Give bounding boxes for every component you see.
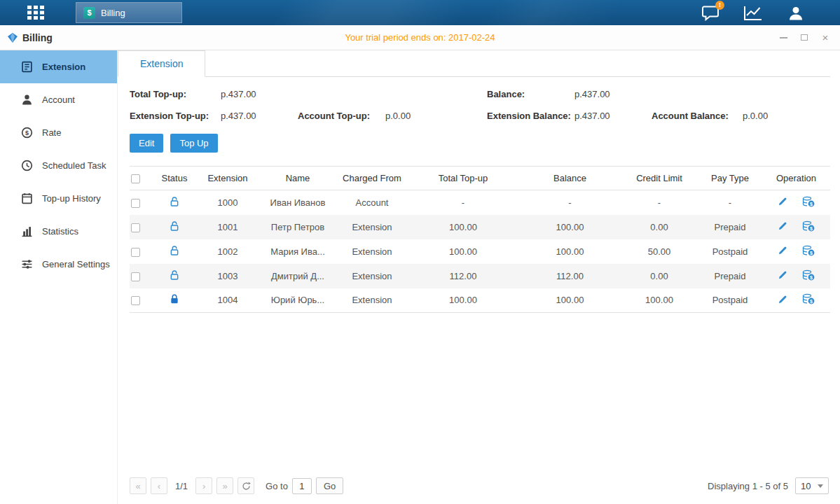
main-content: Extension Total Top-up: p.437.00 Balance…: [118, 50, 840, 504]
sidebar-item-rate[interactable]: $ Rate: [0, 116, 117, 149]
page-size-value: 10: [801, 481, 811, 491]
col-credit-limit: Credit Limit: [621, 167, 698, 190]
row-checkbox[interactable]: [131, 296, 140, 305]
extension-topup-label: Extension Top-up:: [130, 111, 221, 121]
clock-icon: [21, 160, 33, 172]
maximize-button[interactable]: [799, 33, 809, 43]
reports-chart-icon[interactable]: [743, 5, 763, 21]
topbar-tab-label: Billing: [101, 8, 125, 18]
operation-cell: $: [762, 190, 830, 215]
pay-type-cell: Postpaid: [698, 288, 762, 313]
table-row[interactable]: 1001 Петр Петров Extension 100.00 100.00…: [130, 215, 830, 239]
sidebar: Extension Account $ Rate: [0, 50, 118, 504]
row-checkbox[interactable]: [131, 272, 140, 281]
sidebar-item-scheduled-task[interactable]: Scheduled Task: [0, 149, 117, 182]
last-page-button[interactable]: »: [216, 477, 233, 494]
tab-extension[interactable]: Extension: [118, 50, 205, 77]
sidebar-item-label: Top-up History: [42, 193, 101, 204]
edit-pencil-icon[interactable]: [778, 270, 788, 282]
pay-type-cell: Prepaid: [698, 264, 762, 288]
table-row[interactable]: 1000 Иван Иванов Account - - - -: [130, 190, 830, 215]
sidebar-item-label: Extension: [42, 62, 85, 72]
sidebar-item-topup-history[interactable]: Top-up History: [0, 182, 117, 215]
operation-cell: $: [762, 239, 830, 264]
status-unlocked-icon: [170, 270, 179, 283]
refresh-button[interactable]: [237, 477, 254, 494]
topbar-tab-billing[interactable]: $ Billing: [76, 2, 182, 23]
credit-limit-cell: 50.00: [621, 239, 698, 264]
top-up-coins-icon[interactable]: $: [802, 245, 815, 258]
col-total-topup: Total Top-up: [407, 167, 519, 190]
sidebar-item-label: Rate: [42, 127, 61, 138]
top-up-coins-icon[interactable]: $: [802, 196, 815, 209]
pagination-summary: Displaying 1 - 5 of 5 10: [708, 477, 829, 494]
first-page-button[interactable]: «: [130, 477, 146, 494]
edit-pencil-icon[interactable]: [778, 220, 788, 233]
edit-pencil-icon[interactable]: [778, 245, 788, 258]
edit-button[interactable]: Edit: [130, 134, 163, 153]
total-topup-label: Total Top-up:: [130, 89, 221, 99]
notifications-chat-icon[interactable]: !: [701, 5, 719, 21]
extension-cell: 1004: [197, 288, 259, 313]
extension-balance-label: Extension Balance:: [487, 111, 574, 121]
charged-from-cell: Extension: [337, 239, 407, 264]
balance-cell: 100.00: [519, 215, 621, 239]
top-up-coins-icon[interactable]: $: [802, 293, 815, 307]
total-topup-cell: 100.00: [407, 239, 519, 264]
table-header-row: Status Extension Name Charged From Total…: [130, 167, 830, 190]
total-topup-cell: -: [407, 190, 519, 215]
name-cell: Мария Ива...: [259, 239, 337, 264]
pagination-bar: « ‹ 1/1 › » Go to Go Displaying 1 - 5 of…: [118, 477, 840, 504]
go-button[interactable]: Go: [316, 477, 343, 494]
row-checkbox[interactable]: [131, 223, 140, 232]
sidebar-item-extension[interactable]: Extension: [0, 50, 117, 83]
extension-table-body: 1000 Иван Иванов Account - - - -: [130, 190, 830, 313]
edit-pencil-icon[interactable]: [778, 294, 788, 307]
top-up-coins-icon[interactable]: $: [802, 220, 815, 234]
person-icon: [21, 94, 33, 106]
svg-text:$: $: [810, 274, 813, 280]
pay-type-cell: Prepaid: [698, 215, 762, 239]
window-title: Billing: [22, 32, 53, 43]
sliders-icon: [21, 258, 33, 270]
minimize-button[interactable]: [778, 33, 788, 43]
goto-page-input[interactable]: [292, 478, 312, 494]
credit-limit-cell: -: [621, 190, 698, 215]
status-locked-icon: [170, 293, 179, 307]
prev-page-button[interactable]: ‹: [151, 477, 167, 494]
col-balance: Balance: [519, 167, 621, 190]
extension-card-icon: [21, 61, 33, 73]
user-account-icon[interactable]: [787, 5, 805, 21]
balance-cell: 100.00: [519, 239, 621, 264]
charged-from-cell: Extension: [337, 288, 407, 313]
svg-text:$: $: [25, 130, 29, 136]
next-page-button[interactable]: ›: [195, 477, 212, 494]
total-topup-cell: 112.00: [407, 264, 519, 288]
svg-text:$: $: [810, 225, 813, 231]
bar-chart-icon: [21, 225, 33, 237]
row-checkbox[interactable]: [131, 199, 140, 208]
edit-pencil-icon[interactable]: [778, 196, 788, 209]
select-all-checkbox[interactable]: [131, 174, 140, 183]
col-charged-from: Charged From: [337, 167, 407, 190]
close-button[interactable]: ×: [820, 33, 830, 43]
table-row[interactable]: 1002 Мария Ива... Extension 100.00 100.0…: [130, 239, 830, 264]
sidebar-item-general-settings[interactable]: General Settings: [0, 248, 117, 281]
sidebar-item-statistics[interactable]: Statistics: [0, 215, 117, 248]
status-cell: [152, 190, 197, 215]
row-checkbox[interactable]: [131, 248, 140, 257]
window-controls: ×: [778, 33, 830, 43]
table-row[interactable]: 1003 Дмитрий Д... Extension 112.00 112.0…: [130, 264, 830, 288]
table-row[interactable]: 1004 Юрий Юрь... Extension 100.00 100.00…: [130, 288, 830, 313]
page-size-select[interactable]: 10: [795, 477, 829, 494]
sidebar-item-account[interactable]: Account: [0, 83, 117, 116]
calendar-icon: [21, 192, 33, 204]
status-cell: [152, 264, 197, 288]
sidebar-item-label: Statistics: [42, 226, 78, 237]
top-up-button[interactable]: Top Up: [170, 134, 217, 153]
apps-grid-icon[interactable]: [27, 5, 45, 20]
total-topup-cell: 100.00: [407, 215, 519, 239]
balance-cell: -: [519, 190, 621, 215]
top-up-coins-icon[interactable]: $: [802, 270, 815, 283]
col-operation: Operation: [762, 167, 830, 190]
